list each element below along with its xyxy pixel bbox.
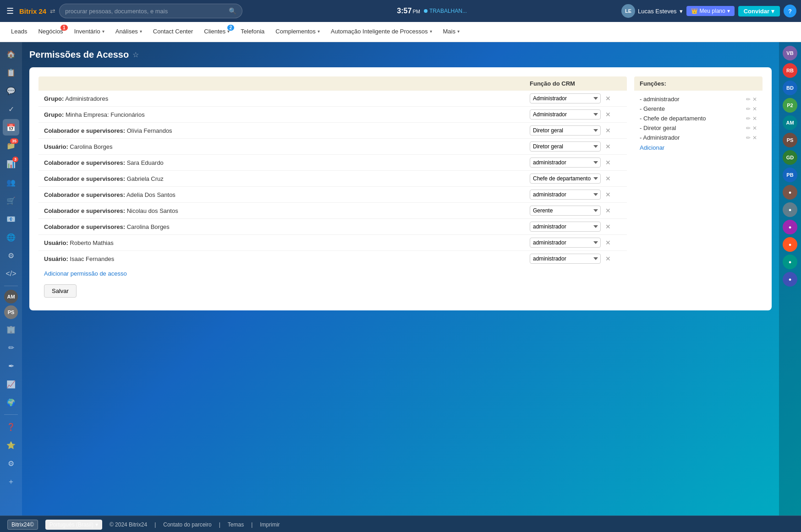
tab-complementos[interactable]: Complementos ▾ bbox=[270, 22, 325, 42]
add-role-link[interactable]: Adicionar bbox=[640, 142, 757, 153]
edit-role-icon[interactable]: ✏ bbox=[746, 106, 751, 112]
sidebar-icon-help[interactable]: ❓ bbox=[3, 418, 19, 435]
edit-role-icon[interactable]: ✏ bbox=[746, 115, 751, 122]
sidebar-icon-shop[interactable]: 🛒 bbox=[3, 192, 19, 209]
remove-row-button[interactable]: ✕ bbox=[604, 94, 612, 103]
delete-role-icon[interactable]: ✕ bbox=[752, 106, 757, 112]
role-label: - Administrador bbox=[640, 134, 680, 141]
user-avatar-item[interactable]: ● bbox=[783, 220, 797, 234]
sidebar-icon-crm[interactable]: 📊3 bbox=[3, 156, 19, 172]
sidebar-avatar-ps[interactable]: PS bbox=[4, 305, 18, 319]
plan-button[interactable]: 👑 Meu plano ▾ bbox=[686, 6, 735, 16]
footer-lang-button[interactable]: Português (Brasil) ▾ bbox=[45, 520, 102, 530]
sidebar-icon-analytics[interactable]: 📈 bbox=[3, 376, 19, 392]
hamburger-icon[interactable]: ☰ bbox=[5, 4, 16, 18]
tab-analises[interactable]: Análises ▾ bbox=[110, 22, 148, 42]
role-select[interactable]: Administrador administrador Diretor gera… bbox=[530, 238, 601, 248]
user-avatar-item[interactable]: BD bbox=[783, 81, 797, 95]
tab-mais[interactable]: Mais ▾ bbox=[438, 22, 465, 42]
sidebar-icon-home[interactable]: 🏠 bbox=[3, 46, 19, 62]
favorite-star-icon[interactable]: ☆ bbox=[132, 50, 139, 59]
sidebar-icon-dev[interactable]: </> bbox=[3, 266, 19, 282]
delete-role-icon[interactable]: ✕ bbox=[752, 115, 757, 122]
sidebar-icon-settings[interactable]: ⚙ bbox=[3, 455, 19, 472]
sidebar-icon-tasks[interactable]: ✓ bbox=[3, 101, 19, 117]
edit-role-icon[interactable]: ✏ bbox=[746, 135, 751, 141]
user-avatar-item[interactable]: P2 bbox=[783, 98, 797, 113]
sidebar-icon-feed[interactable]: 📋 bbox=[3, 64, 19, 81]
sidebar-icon-chat[interactable]: 💬 bbox=[3, 82, 19, 99]
user-avatar-item[interactable]: RB bbox=[783, 63, 797, 78]
remove-row-button[interactable]: ✕ bbox=[604, 190, 612, 199]
tab-automacao[interactable]: Automação Inteligente de Processos ▾ bbox=[325, 22, 438, 42]
sidebar-icon-pencil2[interactable]: ✒ bbox=[3, 358, 19, 374]
user-avatar-item[interactable]: AM bbox=[783, 115, 797, 130]
role-select[interactable]: Administrador administrador Diretor gera… bbox=[530, 141, 601, 152]
user-button[interactable]: LE Lucas Esteves ▾ bbox=[621, 4, 683, 18]
remove-row-button[interactable]: ✕ bbox=[604, 238, 612, 247]
edit-role-icon[interactable]: ✏ bbox=[746, 125, 751, 131]
user-avatar-item[interactable]: PB bbox=[783, 168, 797, 182]
tab-clientes[interactable]: Clientes 2 ▾ bbox=[198, 22, 235, 42]
tab-negocios[interactable]: Negócios 1 bbox=[33, 22, 68, 42]
footer-themes-link[interactable]: Temas bbox=[228, 521, 244, 528]
sidebar-icon-drive[interactable]: 📁35 bbox=[3, 137, 19, 154]
footer-brand-button[interactable]: Bitrix24© bbox=[7, 520, 38, 530]
user-avatar-item[interactable]: GD bbox=[783, 150, 797, 165]
sync-icon[interactable]: ⇄ bbox=[50, 7, 55, 15]
delete-role-icon[interactable]: ✕ bbox=[752, 96, 757, 103]
role-select[interactable]: Administrador administrador Diretor gera… bbox=[530, 157, 601, 168]
edit-role-icon[interactable]: ✏ bbox=[746, 96, 751, 103]
sidebar-icon-star[interactable]: ⭐ bbox=[3, 437, 19, 453]
search-input[interactable] bbox=[65, 8, 229, 15]
role-select[interactable]: Administrador administrador Diretor gera… bbox=[530, 174, 601, 184]
remove-row-button[interactable]: ✕ bbox=[604, 254, 612, 263]
sidebar-icon-calendar[interactable]: 📅 bbox=[3, 119, 19, 136]
remove-row-button[interactable]: ✕ bbox=[604, 158, 612, 167]
sidebar-icon-building[interactable]: 🏢 bbox=[3, 321, 19, 337]
sidebar-icon-edit[interactable]: ✏ bbox=[3, 339, 19, 356]
invite-button[interactable]: Convidar ▾ bbox=[738, 6, 780, 16]
sidebar-icon-add[interactable]: ＋ bbox=[3, 473, 19, 490]
remove-row-button[interactable]: ✕ bbox=[604, 222, 612, 231]
user-avatar-item[interactable]: ● bbox=[783, 272, 797, 287]
footer-print-link[interactable]: Imprimir bbox=[260, 521, 280, 528]
remove-row-button[interactable]: ✕ bbox=[604, 126, 612, 135]
tab-leads[interactable]: Leads bbox=[5, 22, 33, 42]
user-avatar-item[interactable]: ● bbox=[783, 237, 797, 252]
remove-row-button[interactable]: ✕ bbox=[604, 110, 612, 119]
user-avatar-item[interactable]: ● bbox=[783, 255, 797, 269]
automacao-chevron-icon: ▾ bbox=[430, 29, 432, 34]
tab-contact-center[interactable]: Contact Center bbox=[148, 22, 198, 42]
help-button[interactable]: ? bbox=[784, 5, 796, 17]
entity-col: Usuário: Roberto Mathias bbox=[44, 239, 530, 246]
user-avatar-item[interactable]: ● bbox=[783, 185, 797, 200]
role-select[interactable]: Administrador administrador Diretor gera… bbox=[530, 206, 601, 216]
sidebar-icon-contacts[interactable]: 👥 bbox=[3, 174, 19, 190]
user-avatar-item[interactable]: ● bbox=[783, 202, 797, 217]
tab-inventario[interactable]: Inventário ▾ bbox=[69, 22, 110, 42]
entity-type: Colaborador e supervisores: bbox=[44, 223, 125, 230]
delete-role-icon[interactable]: ✕ bbox=[752, 125, 757, 131]
role-select[interactable]: Administrador administrador Diretor gera… bbox=[530, 109, 601, 119]
save-button[interactable]: Salvar bbox=[44, 284, 77, 298]
user-avatar-item[interactable]: VB bbox=[783, 46, 797, 60]
footer-partner-link[interactable]: Contato do parceiro bbox=[163, 521, 211, 528]
delete-role-icon[interactable]: ✕ bbox=[752, 135, 757, 141]
user-avatar-item[interactable]: PS bbox=[783, 133, 797, 147]
remove-row-button[interactable]: ✕ bbox=[604, 206, 612, 215]
role-select[interactable]: Administrador administrador Diretor gera… bbox=[530, 222, 601, 232]
sidebar-icon-globe[interactable]: 🌍 bbox=[3, 394, 19, 411]
role-select[interactable]: Administrador administrador Diretor gera… bbox=[530, 190, 601, 200]
remove-row-button[interactable]: ✕ bbox=[604, 142, 612, 151]
sidebar-icon-automation[interactable]: ⚙ bbox=[3, 247, 19, 264]
role-select[interactable]: Administrador administrador Diretor gera… bbox=[530, 93, 601, 103]
role-select[interactable]: Administrador administrador Diretor gera… bbox=[530, 254, 601, 264]
sidebar-icon-sites[interactable]: 🌐 bbox=[3, 229, 19, 245]
role-select[interactable]: Administrador administrador Diretor gera… bbox=[530, 125, 601, 136]
remove-row-button[interactable]: ✕ bbox=[604, 174, 612, 183]
sidebar-icon-mail[interactable]: 📧 bbox=[3, 211, 19, 227]
sidebar-avatar-am[interactable]: AM bbox=[4, 290, 18, 304]
tab-telefonia[interactable]: Telefonia bbox=[235, 22, 270, 42]
add-permission-link[interactable]: Adicionar permissão de acesso bbox=[38, 266, 627, 281]
